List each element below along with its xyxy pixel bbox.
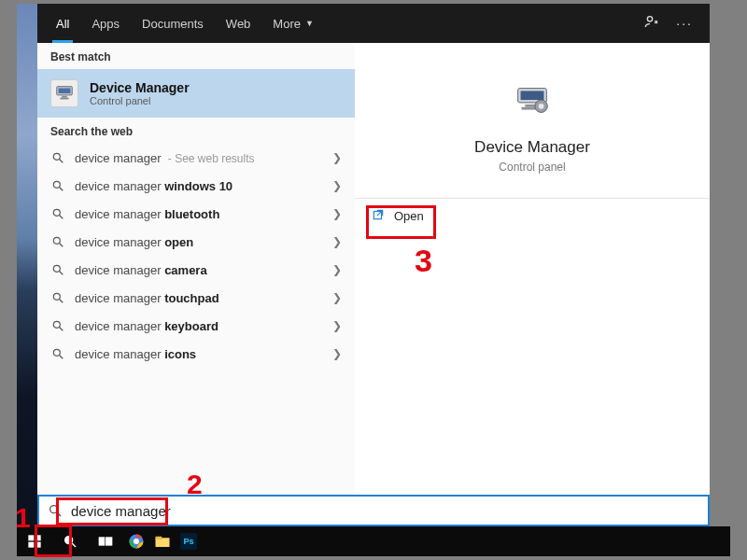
svg-point-0 (648, 17, 653, 21)
web-result-text: device manager bluetooth (75, 207, 323, 221)
svg-line-29 (57, 512, 61, 516)
svg-rect-41 (156, 537, 162, 539)
web-result-text: device manager - See web results (75, 151, 323, 165)
chevron-right-icon: ❯ (332, 319, 342, 332)
search-header: AllAppsDocumentsWebMore▼ ··· (37, 4, 710, 43)
web-result-text: device manager camera (75, 263, 323, 277)
svg-point-13 (53, 265, 60, 272)
search-web-label: Search the web (37, 118, 355, 144)
svg-rect-37 (106, 538, 112, 545)
preview-title: Device Manager (474, 138, 590, 157)
search-tab-all[interactable]: All (45, 4, 80, 43)
svg-rect-22 (521, 91, 544, 100)
svg-rect-31 (35, 535, 41, 540)
preview-app-icon (508, 77, 557, 125)
web-result-item[interactable]: device manager bluetooth❯ (37, 200, 355, 228)
svg-line-35 (72, 543, 76, 547)
svg-rect-36 (99, 538, 104, 545)
search-tab-web[interactable]: Web (215, 4, 262, 43)
svg-point-7 (53, 181, 60, 188)
search-icon (50, 179, 65, 192)
device-manager-icon (50, 79, 78, 107)
preview-subtitle: Control panel (499, 161, 565, 174)
svg-rect-30 (28, 535, 34, 540)
task-view-button[interactable] (88, 526, 123, 556)
best-match-item[interactable]: Device Manager Control panel (37, 69, 355, 118)
svg-point-11 (53, 237, 60, 244)
search-tab-more[interactable]: More▼ (261, 4, 325, 43)
chevron-right-icon: ❯ (332, 291, 342, 304)
background-edge (710, 4, 730, 526)
taskbar-explorer-icon[interactable] (149, 526, 176, 556)
svg-line-20 (60, 356, 63, 359)
search-tab-apps[interactable]: Apps (80, 4, 131, 43)
svg-line-8 (60, 188, 63, 191)
svg-point-15 (53, 293, 60, 300)
search-icon (50, 347, 65, 360)
best-match-title: Device Manager (90, 80, 190, 95)
desktop-wallpaper (17, 4, 37, 526)
web-result-item[interactable]: device manager windows 10❯ (37, 172, 355, 200)
svg-point-39 (134, 539, 139, 544)
chevron-right-icon: ❯ (332, 263, 342, 276)
svg-line-10 (60, 216, 63, 219)
svg-line-16 (60, 300, 63, 303)
search-icon (50, 319, 65, 332)
svg-line-14 (60, 272, 63, 275)
web-result-text: device manager touchpad (75, 291, 323, 305)
svg-rect-32 (28, 542, 34, 548)
best-match-label: Best match (37, 43, 355, 69)
search-icon (50, 263, 65, 276)
web-result-item[interactable]: device manager icons❯ (37, 340, 355, 368)
open-label: Open (394, 209, 424, 223)
svg-point-28 (50, 506, 58, 513)
feedback-icon[interactable] (644, 14, 659, 33)
search-input-bar[interactable] (37, 495, 710, 526)
taskbar-search-button[interactable] (52, 526, 88, 556)
svg-rect-3 (62, 96, 67, 98)
svg-point-5 (53, 153, 60, 160)
web-result-item[interactable]: device manager - See web results❯ (37, 144, 355, 172)
best-match-subtitle: Control panel (90, 95, 190, 106)
svg-point-26 (539, 104, 544, 109)
search-icon (50, 151, 65, 164)
web-result-item[interactable]: device manager camera❯ (37, 256, 355, 284)
svg-point-34 (65, 537, 73, 544)
search-tab-documents[interactable]: Documents (131, 4, 215, 43)
svg-line-12 (60, 244, 63, 247)
search-icon (39, 503, 71, 518)
svg-line-6 (60, 160, 63, 163)
open-icon (372, 208, 385, 224)
taskbar: Ps (17, 526, 730, 556)
chevron-right-icon: ❯ (332, 235, 342, 248)
more-icon[interactable]: ··· (676, 16, 693, 31)
svg-point-9 (53, 209, 60, 216)
chevron-right-icon: ❯ (332, 347, 342, 360)
search-icon (50, 291, 65, 304)
svg-rect-2 (59, 89, 71, 94)
web-result-item[interactable]: device manager touchpad❯ (37, 284, 355, 312)
web-result-item[interactable]: device manager open❯ (37, 228, 355, 256)
svg-line-18 (60, 328, 63, 331)
chevron-right-icon: ❯ (332, 207, 342, 220)
web-result-text: device manager keyboard (75, 319, 323, 333)
results-column: Best match Device Manager Control panel … (37, 43, 355, 495)
chevron-right-icon: ❯ (332, 151, 342, 164)
preview-pane: Device Manager Control panel Open (355, 43, 710, 495)
taskbar-chrome-icon[interactable] (123, 526, 149, 556)
svg-point-17 (53, 321, 60, 328)
chevron-down-icon: ▼ (305, 19, 314, 28)
svg-rect-33 (35, 542, 41, 548)
web-result-text: device manager open (75, 235, 323, 249)
search-icon (50, 235, 65, 248)
open-button[interactable]: Open (355, 199, 441, 233)
web-result-text: device manager icons (75, 347, 323, 361)
start-button[interactable] (17, 526, 52, 556)
svg-rect-4 (60, 98, 68, 100)
web-result-item[interactable]: device manager keyboard❯ (37, 312, 355, 340)
web-result-text: device manager windows 10 (75, 179, 323, 193)
search-icon (50, 207, 65, 220)
taskbar-photoshop-icon[interactable]: Ps (176, 526, 202, 556)
search-input[interactable] (71, 497, 708, 524)
start-search-panel: AllAppsDocumentsWebMore▼ ··· Best match … (37, 4, 710, 495)
